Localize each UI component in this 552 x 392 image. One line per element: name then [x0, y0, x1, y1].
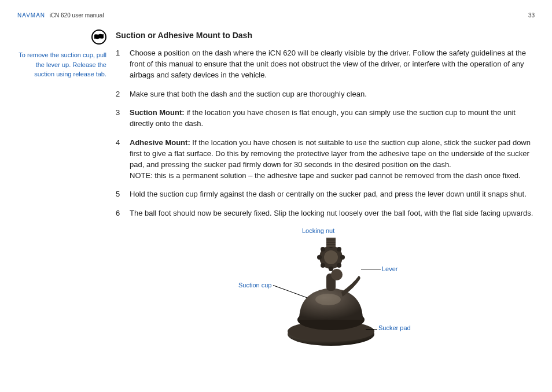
step-body: Adhesive Mount: If the location you have… — [130, 138, 535, 181]
label-suction-cup: Suction cup — [238, 282, 271, 289]
label-locking-nut: Locking nut — [302, 227, 334, 234]
step-number: 3 — [116, 108, 130, 130]
svg-point-14 — [317, 255, 322, 260]
step-item: 2 Make sure that both the dash and the s… — [116, 89, 535, 100]
svg-point-9 — [337, 247, 341, 252]
step-body: Hold the suction cup firmly against the … — [130, 189, 535, 200]
step-item: 5 Hold the suction cup firmly against th… — [116, 189, 535, 200]
step-body: Choose a position on the dash where the … — [130, 48, 535, 81]
step-item: 4 Adhesive Mount: If the location you ha… — [116, 138, 535, 181]
svg-point-11 — [337, 263, 341, 268]
step-body: Make sure that both the dash and the suc… — [130, 89, 535, 100]
svg-point-12 — [329, 267, 333, 271]
section-title: Suction or Adhesive Mount to Dash — [116, 31, 535, 40]
mount-figure: Locking nut Lever Suction cup Sucker pad — [215, 227, 435, 354]
suction-mount-illustration — [279, 233, 383, 349]
step-number: 5 — [116, 189, 130, 200]
step-number: 1 — [116, 48, 130, 81]
svg-point-7 — [324, 250, 338, 264]
main-column: Suction or Adhesive Mount to Dash 1 Choo… — [110, 29, 535, 354]
step-body: The ball foot should now be securely fix… — [130, 208, 535, 219]
side-note: To remove the suction cup, pull the leve… — [17, 50, 110, 79]
globe-icon — [91, 29, 106, 45]
step-number: 4 — [116, 138, 130, 181]
content: To remove the suction cup, pull the leve… — [17, 29, 535, 354]
svg-point-5 — [331, 269, 343, 280]
svg-point-15 — [321, 247, 325, 252]
callout-line — [361, 269, 381, 269]
step-number: 6 — [116, 208, 130, 219]
page-header: NAVMAN iCN 620 user manual 33 — [17, 10, 535, 19]
step-body: Suction Mount: if the location you have … — [130, 108, 535, 130]
steps-list: 1 Choose a position on the dash where th… — [116, 48, 535, 219]
manual-title: iCN 620 user manual — [50, 12, 104, 19]
step-item: 1 Choose a position on the dash where th… — [116, 48, 535, 81]
step-item: 6 The ball foot should now be securely f… — [116, 208, 535, 219]
page-number: 33 — [528, 12, 535, 19]
label-lever: Lever — [382, 265, 398, 272]
svg-point-3 — [315, 294, 341, 305]
step-number: 2 — [116, 89, 130, 100]
callout-line — [366, 329, 377, 330]
label-sucker-pad: Sucker pad — [378, 324, 411, 331]
svg-point-13 — [321, 263, 325, 268]
step-item: 3 Suction Mount: if the location you hav… — [116, 108, 535, 130]
brand-text: NAVMAN — [17, 12, 45, 19]
side-column: To remove the suction cup, pull the leve… — [17, 29, 110, 354]
svg-point-10 — [340, 255, 345, 260]
